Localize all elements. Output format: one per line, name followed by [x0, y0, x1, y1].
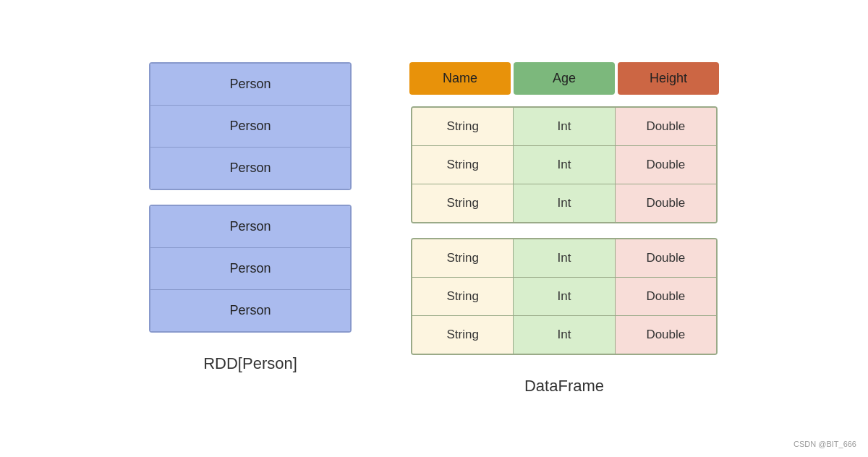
df-cell-height: Double: [616, 278, 716, 315]
rdd-row: Person: [150, 290, 350, 331]
rdd-row: Person: [150, 206, 350, 248]
df-label: DataFrame: [524, 377, 604, 396]
rdd-row: Person: [150, 64, 350, 106]
df-cell-name: String: [412, 108, 514, 145]
df-cell-age: Int: [514, 316, 615, 354]
df-header-name: Name: [409, 62, 511, 95]
rdd-block-1: Person Person Person: [149, 62, 352, 190]
df-cell-name: String: [412, 316, 514, 354]
df-cell-name: String: [412, 146, 514, 184]
rdd-block-2: Person Person Person: [149, 205, 352, 333]
df-header-age: Age: [514, 62, 615, 95]
df-data-row: String Int Double: [412, 278, 716, 316]
df-data-row: String Int Double: [412, 146, 716, 184]
df-data-row: String Int Double: [412, 239, 716, 278]
df-table-1: String Int Double String Int Double Stri…: [411, 106, 718, 223]
main-container: Person Person Person Person Person Perso…: [0, 48, 868, 410]
df-cell-height: Double: [616, 146, 716, 184]
dataframe-section: Name Age Height String Int Double String…: [409, 62, 719, 396]
df-header: Name Age Height: [409, 62, 719, 95]
rdd-row: Person: [150, 148, 350, 189]
df-cell-age: Int: [514, 239, 615, 277]
rdd-section: Person Person Person Person Person Perso…: [149, 62, 352, 373]
df-data-row: String Int Double: [412, 184, 716, 222]
df-cell-age: Int: [514, 108, 615, 145]
df-data-row: String Int Double: [412, 316, 716, 354]
rdd-label: RDD[Person]: [203, 354, 297, 373]
rdd-row: Person: [150, 106, 350, 148]
df-cell-age: Int: [514, 278, 615, 315]
watermark: CSDN @BIT_666: [793, 440, 856, 448]
df-cell-name: String: [412, 278, 514, 315]
df-cell-height: Double: [616, 184, 716, 222]
df-cell-height: Double: [616, 108, 716, 145]
df-cell-name: String: [412, 239, 514, 277]
rdd-row: Person: [150, 248, 350, 290]
df-tables: String Int Double String Int Double Stri…: [411, 106, 718, 355]
df-data-row: String Int Double: [412, 108, 716, 146]
df-cell-age: Int: [514, 146, 615, 184]
df-cell-height: Double: [616, 239, 716, 277]
df-table-2: String Int Double String Int Double Stri…: [411, 238, 718, 355]
df-cell-name: String: [412, 184, 514, 222]
df-cell-age: Int: [514, 184, 615, 222]
df-header-height: Height: [618, 62, 719, 95]
df-cell-height: Double: [616, 316, 716, 354]
